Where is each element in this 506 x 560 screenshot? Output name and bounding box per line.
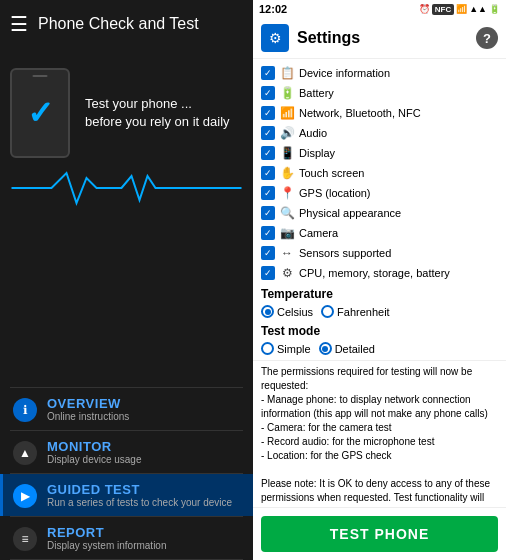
permissions-text: The permissions required for testing wil… (253, 360, 506, 507)
checkbox-touch[interactable]: ✓ (261, 166, 275, 180)
sidebar-item-report[interactable]: ≡ REPORT Display system information (0, 517, 253, 559)
checkbox-sensors[interactable]: ✓ (261, 246, 275, 260)
alarm-icon: ⏰ (419, 4, 430, 14)
list-item[interactable]: ✓ 🔍 Physical appearance (253, 203, 506, 223)
sidebar-item-overview[interactable]: ℹ OVERVIEW Online instructions (0, 388, 253, 430)
sensors-icon: ↔ (279, 245, 295, 261)
list-item[interactable]: ✓ 📱 Display (253, 143, 506, 163)
report-text: REPORT Display system information (47, 525, 166, 551)
checkbox-cpu[interactable]: ✓ (261, 266, 275, 280)
list-item[interactable]: ✓ ✋ Touch screen (253, 163, 506, 183)
signal-icon: ▲▲ (469, 4, 487, 14)
help-button[interactable]: ? (476, 27, 498, 49)
guided-test-text: GUIDED TEST Run a series of tests to che… (47, 482, 232, 508)
list-item[interactable]: ✓ 🔊 Audio (253, 123, 506, 143)
overview-text: OVERVIEW Online instructions (47, 396, 129, 422)
checkbox-gps[interactable]: ✓ (261, 186, 275, 200)
wifi-icon: 📶 (456, 4, 467, 14)
cpu-icon: ⚙ (279, 265, 295, 281)
checkbox-audio[interactable]: ✓ (261, 126, 275, 140)
list-item[interactable]: ✓ 📷 Camera (253, 223, 506, 243)
test-mode-label: Test mode (253, 320, 506, 340)
display-icon: 📱 (279, 145, 295, 161)
test-button-container: TEST PHONE (253, 507, 506, 560)
checkbox-battery[interactable]: ✓ (261, 86, 275, 100)
report-icon: ≡ (13, 527, 37, 551)
battery-icon: 🔋 (489, 4, 500, 14)
guided-test-icon: ▶ (13, 484, 37, 508)
gps-icon: 📍 (279, 185, 295, 201)
detailed-option[interactable]: Detailed (319, 342, 375, 355)
app-title: Phone Check and Test (38, 15, 199, 33)
checkbox-physical[interactable]: ✓ (261, 206, 275, 220)
checkbox-device-info[interactable]: ✓ (261, 66, 275, 80)
status-bar: 12:02 ⏰ NFC 📶 ▲▲ 🔋 (253, 0, 506, 18)
list-item[interactable]: ✓ 🔋 Battery (253, 83, 506, 103)
status-icons: ⏰ NFC 📶 ▲▲ 🔋 (419, 4, 500, 15)
nav-items: ℹ OVERVIEW Online instructions ▲ MONITOR… (0, 218, 253, 560)
celsius-label: Celsius (277, 306, 313, 318)
test-mode-options: Simple Detailed (253, 340, 506, 357)
check-icon: ✓ (27, 94, 54, 132)
settings-title: Settings (297, 29, 468, 47)
checkbox-network[interactable]: ✓ (261, 106, 275, 120)
device-info-icon: 📋 (279, 65, 295, 81)
phone-graphic: ✓ Test your phone ...before you rely on … (0, 48, 253, 168)
nfc-badge: NFC (432, 4, 454, 15)
right-panel: 12:02 ⏰ NFC 📶 ▲▲ 🔋 ⚙ Settings ? ✓ 📋 Devi… (253, 0, 506, 560)
celsius-option[interactable]: Celsius (261, 305, 313, 318)
list-item[interactable]: ✓ 📍 GPS (location) (253, 183, 506, 203)
settings-content: ✓ 📋 Device information ✓ 🔋 Battery ✓ 📶 N… (253, 59, 506, 507)
battery-list-icon: 🔋 (279, 85, 295, 101)
fahrenheit-option[interactable]: Fahrenheit (321, 305, 390, 318)
phone-icon: ✓ (10, 68, 70, 158)
sidebar-item-guided-test[interactable]: ▶ GUIDED TEST Run a series of tests to c… (0, 474, 253, 516)
camera-icon: 📷 (279, 225, 295, 241)
simple-radio[interactable] (261, 342, 274, 355)
simple-label: Simple (277, 343, 311, 355)
simple-option[interactable]: Simple (261, 342, 311, 355)
celsius-radio[interactable] (261, 305, 274, 318)
test-phone-button[interactable]: TEST PHONE (261, 516, 498, 552)
checkbox-camera[interactable]: ✓ (261, 226, 275, 240)
settings-icon: ⚙ (261, 24, 289, 52)
list-item[interactable]: ✓ 📶 Network, Bluetooth, NFC (253, 103, 506, 123)
heartbeat-graphic (0, 168, 253, 208)
list-item[interactable]: ✓ ⚙ CPU, memory, storage, battery (253, 263, 506, 283)
left-header: ☰ Phone Check and Test (0, 0, 253, 48)
monitor-icon: ▲ (13, 441, 37, 465)
sidebar-item-monitor[interactable]: ▲ MONITOR Display device usage (0, 431, 253, 473)
temperature-options: Celsius Fahrenheit (253, 303, 506, 320)
fahrenheit-radio[interactable] (321, 305, 334, 318)
fahrenheit-label: Fahrenheit (337, 306, 390, 318)
physical-icon: 🔍 (279, 205, 295, 221)
overview-icon: ℹ (13, 398, 37, 422)
detailed-radio[interactable] (319, 342, 332, 355)
temperature-label: Temperature (253, 283, 506, 303)
status-time: 12:02 (259, 3, 287, 15)
list-item[interactable]: ✓ ↔ Sensors supported (253, 243, 506, 263)
hamburger-icon[interactable]: ☰ (10, 12, 28, 36)
monitor-text: MONITOR Display device usage (47, 439, 142, 465)
touch-icon: ✋ (279, 165, 295, 181)
list-item[interactable]: ✓ 📋 Device information (253, 63, 506, 83)
tagline: Test your phone ...before you rely on it… (85, 95, 243, 131)
settings-header: ⚙ Settings ? (253, 18, 506, 59)
audio-icon: 🔊 (279, 125, 295, 141)
network-icon: 📶 (279, 105, 295, 121)
left-panel: ☰ Phone Check and Test ✓ Test your phone… (0, 0, 253, 560)
detailed-label: Detailed (335, 343, 375, 355)
checkbox-display[interactable]: ✓ (261, 146, 275, 160)
